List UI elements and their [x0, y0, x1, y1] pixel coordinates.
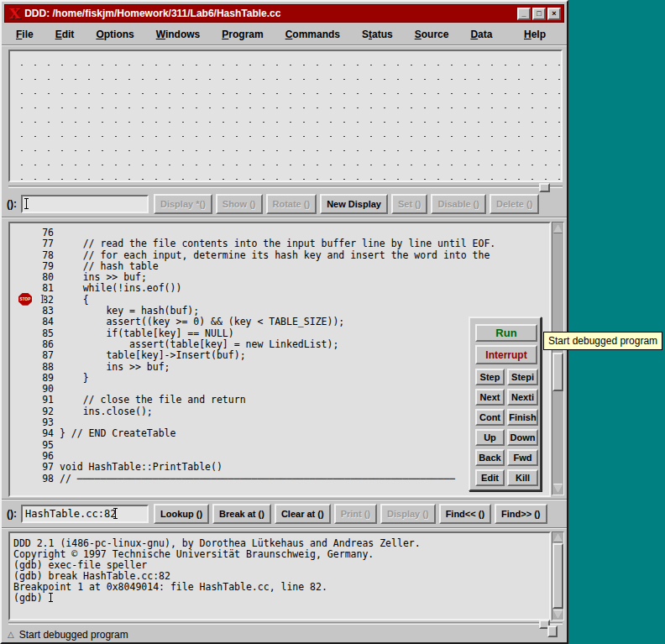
- run-button[interactable]: Run: [475, 324, 537, 342]
- console-vscrollbar[interactable]: [552, 531, 564, 620]
- data-display-canvas[interactable]: [8, 50, 563, 182]
- console-line: DDD 2.1 (i486-pc-linux-gnu), by Dorothea…: [13, 537, 549, 548]
- breakpoint-gutter[interactable]: [10, 473, 42, 484]
- source-line-83[interactable]: 83 key = hash(buf);: [10, 305, 549, 316]
- maximize-button[interactable]: □: [532, 8, 546, 20]
- scroll-down-arrow-icon[interactable]: [553, 484, 563, 492]
- status-message: Start debugged program: [19, 629, 128, 641]
- ibeam-cursor-icon: I: [40, 294, 45, 306]
- scroll-up-arrow-icon[interactable]: [553, 225, 563, 233]
- menu-program[interactable]: Program: [222, 29, 263, 40]
- source-line-81[interactable]: 81 while(!ins.eof()): [10, 282, 549, 293]
- breakpoint-gutter[interactable]: [10, 271, 42, 282]
- console-line: Copyright © 1997 Technische Universität …: [13, 548, 549, 559]
- status-corner-knob[interactable]: [547, 626, 558, 637]
- data-hscroll-thumb[interactable]: [539, 183, 550, 192]
- separator: [2, 499, 567, 500]
- breakpoint-gutter[interactable]: [10, 461, 42, 472]
- source-buttons-row: Lookup ()Break at ()Clear at ()Print ()D…: [154, 504, 547, 524]
- line-code: ins.close();: [60, 406, 153, 416]
- console-hscrollbar[interactable]: [8, 622, 563, 625]
- breakpoint-gutter[interactable]: [10, 260, 42, 271]
- line-code: } // END CreateTable: [60, 427, 175, 438]
- source-vscroll-thumb[interactable]: [552, 353, 563, 391]
- find-button[interactable]: Find<< (): [439, 504, 491, 524]
- line-code: // hash table: [60, 260, 159, 271]
- clear-at-button[interactable]: Clear at (): [275, 504, 331, 524]
- scroll-down-arrow-icon[interactable]: [553, 610, 563, 618]
- source-line-79[interactable]: 79 // hash table: [10, 260, 549, 271]
- display-arg-input[interactable]: [21, 195, 149, 213]
- breakpoint-gutter[interactable]: [10, 227, 42, 238]
- breakpoint-gutter[interactable]: [10, 439, 42, 450]
- titlebar[interactable]: X DDD: /home/fiskjm/Homework/311/Lab6/Ha…: [4, 4, 564, 23]
- source-vscrollbar[interactable]: [552, 222, 564, 495]
- breakpoint-gutter[interactable]: [10, 249, 42, 260]
- menubar: FileEditOptionsWindowsProgramCommandsSta…: [4, 24, 564, 44]
- step-button[interactable]: Step: [475, 369, 505, 385]
- data-hscrollbar[interactable]: [8, 186, 563, 188]
- source-toolbar: (): Lookup ()Break at ()Clear at ()Print…: [2, 502, 570, 526]
- next-button[interactable]: Next: [475, 389, 505, 406]
- breakpoint-gutter[interactable]: STOPI: [10, 294, 42, 305]
- interrupt-button[interactable]: Interrupt: [475, 345, 537, 364]
- breakpoint-gutter[interactable]: [10, 450, 42, 461]
- source-line-77[interactable]: 77 // read the file contents into the in…: [10, 238, 549, 249]
- menu-data[interactable]: Data: [470, 29, 492, 40]
- source-arg-input[interactable]: [21, 505, 149, 523]
- menu-source[interactable]: Source: [415, 29, 449, 40]
- breakpoint-gutter[interactable]: [10, 327, 42, 338]
- kill-button[interactable]: Kill: [507, 469, 538, 486]
- breakpoint-gutter[interactable]: [10, 282, 42, 293]
- line-code: }: [60, 372, 89, 383]
- menu-file[interactable]: File: [16, 29, 34, 40]
- breakpoint-gutter[interactable]: [10, 305, 42, 316]
- break-at-button[interactable]: Break at (): [212, 504, 271, 524]
- source-line-82[interactable]: STOPI82 {: [10, 294, 549, 305]
- line-code: // for each input, determine its hash ke…: [60, 249, 490, 260]
- lookup-button[interactable]: Lookup (): [154, 504, 209, 524]
- up-button[interactable]: Up: [475, 429, 505, 446]
- close-button[interactable]: ×: [547, 8, 561, 20]
- delete-button: Delete (): [490, 194, 539, 214]
- breakpoint-gutter[interactable]: [10, 416, 42, 427]
- fwd-button[interactable]: Fwd: [507, 449, 538, 466]
- new-display-button[interactable]: New Display: [320, 194, 388, 214]
- stepi-button[interactable]: Stepi: [507, 369, 538, 385]
- source-line-78[interactable]: 78 // for each input, determine its hash…: [10, 249, 549, 260]
- minimize-button[interactable]: _: [517, 8, 531, 20]
- breakpoint-gutter[interactable]: [10, 394, 42, 405]
- menu-windows[interactable]: Windows: [156, 29, 201, 40]
- breakpoint-stop-icon[interactable]: STOP: [18, 293, 32, 306]
- text-caret: [24, 198, 29, 209]
- breakpoint-gutter[interactable]: [10, 383, 42, 394]
- breakpoint-gutter[interactable]: [10, 349, 42, 360]
- menu-edit[interactable]: Edit: [55, 29, 75, 40]
- menu-options[interactable]: Options: [96, 29, 134, 40]
- breakpoint-gutter[interactable]: [10, 427, 42, 438]
- text-caret: [113, 508, 118, 519]
- breakpoint-gutter[interactable]: [10, 316, 42, 327]
- breakpoint-gutter[interactable]: [10, 238, 42, 249]
- source-line-80[interactable]: 80 ins >> buf;: [10, 271, 549, 282]
- menu-help[interactable]: Help: [524, 29, 546, 40]
- rotate-button: Rotate (): [266, 194, 317, 214]
- console-vscroll-thumb[interactable]: [552, 543, 563, 609]
- source-line-76[interactable]: 76: [10, 227, 549, 238]
- menu-status[interactable]: Status: [362, 29, 393, 40]
- down-button[interactable]: Down: [507, 429, 538, 446]
- back-button[interactable]: Back: [475, 449, 505, 466]
- line-code: // read the file contents into the input…: [60, 238, 495, 249]
- breakpoint-gutter[interactable]: [10, 361, 42, 372]
- cont-button[interactable]: Cont: [475, 409, 505, 426]
- gdb-console[interactable]: DDD 2.1 (i486-pc-linux-gnu), by Dorothea…: [8, 531, 551, 620]
- nexti-button[interactable]: Nexti: [507, 389, 538, 406]
- menu-commands[interactable]: Commands: [285, 29, 340, 40]
- breakpoint-gutter[interactable]: [10, 406, 42, 416]
- find-button[interactable]: Find>> (): [495, 504, 547, 524]
- scroll-up-arrow-icon[interactable]: [553, 534, 563, 542]
- breakpoint-gutter[interactable]: [10, 372, 42, 383]
- breakpoint-gutter[interactable]: [10, 338, 42, 349]
- edit-button[interactable]: Edit: [475, 469, 505, 486]
- finish-button[interactable]: Finish: [507, 409, 538, 426]
